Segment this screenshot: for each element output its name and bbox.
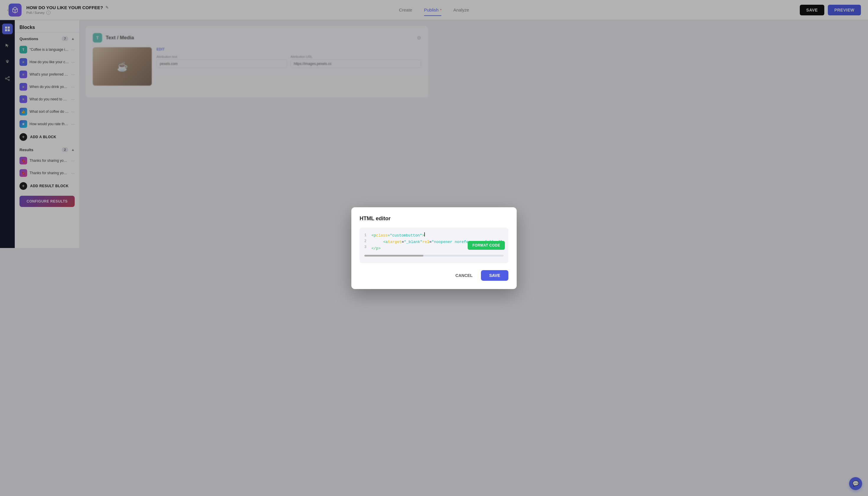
html-editor-modal: HTML editor 1 2 3 <p class = "custombutt… — [351, 207, 434, 248]
line-numbers: 1 2 3 — [364, 232, 371, 248]
code-content[interactable]: <p class = "custombutton" > <a target — [371, 232, 434, 248]
modal-title: HTML editor — [360, 216, 434, 222]
modal-overlay[interactable]: HTML editor 1 2 3 <p class = "custombutt… — [0, 0, 434, 248]
code-line-3: </p> — [371, 245, 434, 248]
code-line-2: <a target = "_blank" rel = "noopener nor… — [371, 239, 434, 245]
code-editor[interactable]: 1 2 3 <p class = "custombutton" > — [360, 228, 434, 248]
code-line-1: <p class = "custombutton" > — [371, 232, 434, 239]
